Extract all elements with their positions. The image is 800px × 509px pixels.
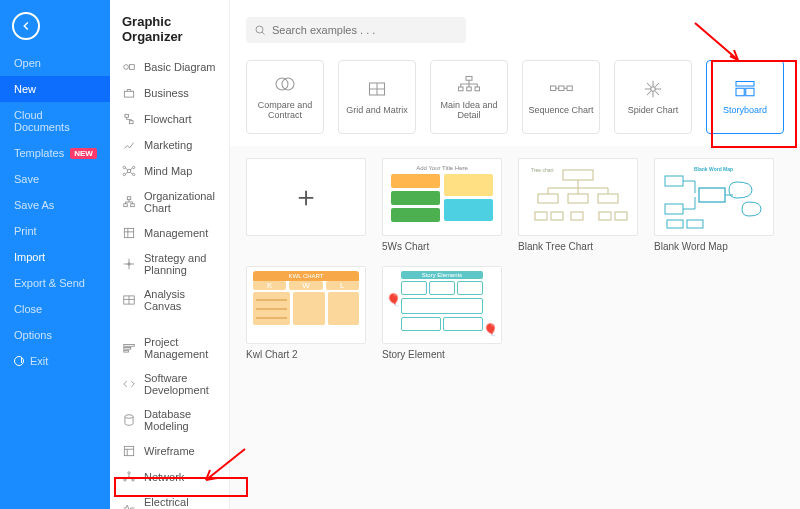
category-item-software-development[interactable]: Software Development [110, 366, 229, 402]
sidebar-item-close[interactable]: Close [0, 296, 110, 322]
category-item-database-modeling[interactable]: Database Modeling [110, 402, 229, 438]
category-label: Marketing [144, 139, 192, 151]
type-card-main-idea-and-detail[interactable]: Main Idea and Detail [430, 60, 508, 134]
plus-icon: ＋ [292, 178, 320, 216]
sidebar-item-save[interactable]: Save [0, 166, 110, 192]
sidebar-item-save-as[interactable]: Save As [0, 192, 110, 218]
sidebar-item-export-send[interactable]: Export & Send [0, 270, 110, 296]
category-item-marketing[interactable]: Marketing [110, 132, 229, 158]
svg-rect-3 [125, 114, 129, 117]
svg-rect-16 [124, 345, 135, 347]
type-card-spider-chart[interactable]: Spider Chart [614, 60, 692, 134]
basic-icon [122, 60, 136, 74]
main-icon [457, 74, 481, 94]
template-label: Kwl Chart 2 [246, 349, 366, 360]
template-thumb: Tree chart [518, 158, 638, 236]
svg-rect-45 [563, 170, 593, 180]
category-item-wireframe[interactable]: Wireframe [110, 438, 229, 464]
topbar [230, 0, 800, 60]
sidebar-item-print[interactable]: Print [0, 218, 110, 244]
category-item-electrical-engineering[interactable]: Electrical Engineering [110, 490, 229, 509]
category-label: Database Modeling [144, 408, 217, 432]
file-sidebar: OpenNewCloud DocumentsTemplatesNEWSaveSa… [0, 0, 110, 509]
template-label: Blank Word Map [654, 241, 774, 252]
svg-point-8 [123, 173, 125, 175]
svg-rect-52 [599, 212, 611, 220]
sidebar-item-new[interactable]: New [0, 76, 110, 102]
svg-rect-38 [559, 86, 564, 91]
sidebar-item-cloud-documents[interactable]: Cloud Documents [0, 102, 110, 140]
template-card-kwl-chart-2[interactable]: KWL CHARTKWLKwl Chart 2 [246, 266, 366, 360]
strategy-icon [122, 257, 136, 271]
svg-rect-39 [567, 86, 572, 91]
template-label: Story Element [382, 349, 502, 360]
template-thumb: Blank Word Map [654, 158, 774, 236]
category-item-basic-diagram[interactable]: Basic Diagram [110, 54, 229, 80]
search-input-wrap[interactable] [246, 17, 466, 43]
type-card-compare-and-contract[interactable]: Compare and Contract [246, 60, 324, 134]
sidebar-item-label: Save [14, 173, 39, 185]
svg-rect-41 [736, 82, 754, 87]
type-card-storyboard[interactable]: Storyboard [706, 60, 784, 134]
svg-rect-46 [538, 194, 558, 203]
grid-icon [365, 79, 389, 99]
svg-rect-13 [124, 228, 133, 237]
svg-rect-4 [130, 121, 134, 124]
svg-rect-33 [466, 77, 472, 81]
svg-rect-2 [124, 91, 133, 97]
search-input[interactable] [272, 24, 458, 36]
category-title: Graphic Organizer [110, 0, 229, 54]
swdev-icon [122, 377, 136, 391]
sidebar-item-label: Save As [14, 199, 54, 211]
category-item-analysis-canvas[interactable]: Analysis Canvas [110, 282, 229, 318]
sidebar-item-label: Cloud Documents [14, 109, 96, 133]
type-label: Spider Chart [628, 105, 679, 115]
svg-rect-51 [571, 212, 583, 220]
type-card-grid-and-matrix[interactable]: Grid and Matrix [338, 60, 416, 134]
template-card-blank-tree-chart[interactable]: Tree chartBlank Tree Chart [518, 158, 638, 252]
category-item-project-management[interactable]: Project Management [110, 330, 229, 366]
svg-point-21 [128, 472, 130, 474]
sidebar-item-options[interactable]: Options [0, 322, 110, 348]
template-card-story-element[interactable]: Story Elements🎈🎈Story Element [382, 266, 502, 360]
venn-icon [273, 74, 297, 94]
svg-rect-34 [459, 87, 464, 91]
template-card-5ws-chart[interactable]: Add Your Title Here5Ws Chart [382, 158, 502, 252]
net-icon [122, 470, 136, 484]
category-item-business[interactable]: Business [110, 80, 229, 106]
type-card-sequence-chart[interactable]: Sequence Chart [522, 60, 600, 134]
search-icon [254, 24, 266, 36]
sidebar-item-label: Print [14, 225, 37, 237]
category-label: Flowchart [144, 113, 192, 125]
spider-icon [641, 79, 665, 99]
sidebar-item-import[interactable]: Import [0, 244, 110, 270]
category-label: Analysis Canvas [144, 288, 217, 312]
template-label: 5Ws Chart [382, 241, 502, 252]
template-card-new[interactable]: ＋ [246, 158, 366, 252]
sidebar-item-exit[interactable]: Exit [0, 348, 110, 374]
category-item-management[interactable]: Management [110, 220, 229, 246]
marketing-icon [122, 138, 136, 152]
svg-rect-42 [736, 88, 744, 96]
category-label: Project Management [144, 336, 217, 360]
sidebar-item-templates[interactable]: TemplatesNEW [0, 140, 110, 166]
category-item-organizational-chart[interactable]: Organizational Chart [110, 184, 229, 220]
category-item-network[interactable]: Network [110, 464, 229, 490]
category-label: Strategy and Planning [144, 252, 217, 276]
svg-rect-18 [124, 350, 129, 352]
svg-rect-11 [124, 204, 128, 207]
svg-point-9 [133, 173, 135, 175]
template-card-blank-word-map[interactable]: Blank Word MapBlank Word Map [654, 158, 774, 252]
category-label: Organizational Chart [144, 190, 217, 214]
svg-rect-43 [746, 88, 754, 96]
flowchart-icon [122, 112, 136, 126]
category-item-mind-map[interactable]: Mind Map [110, 158, 229, 184]
back-button[interactable] [12, 12, 40, 40]
sidebar-item-label: Open [14, 57, 41, 69]
category-item-strategy-and-planning[interactable]: Strategy and Planning [110, 246, 229, 282]
category-item-flowchart[interactable]: Flowchart [110, 106, 229, 132]
svg-point-40 [651, 87, 656, 92]
canvas-icon [122, 293, 136, 307]
sidebar-item-open[interactable]: Open [0, 50, 110, 76]
svg-rect-1 [130, 65, 135, 70]
